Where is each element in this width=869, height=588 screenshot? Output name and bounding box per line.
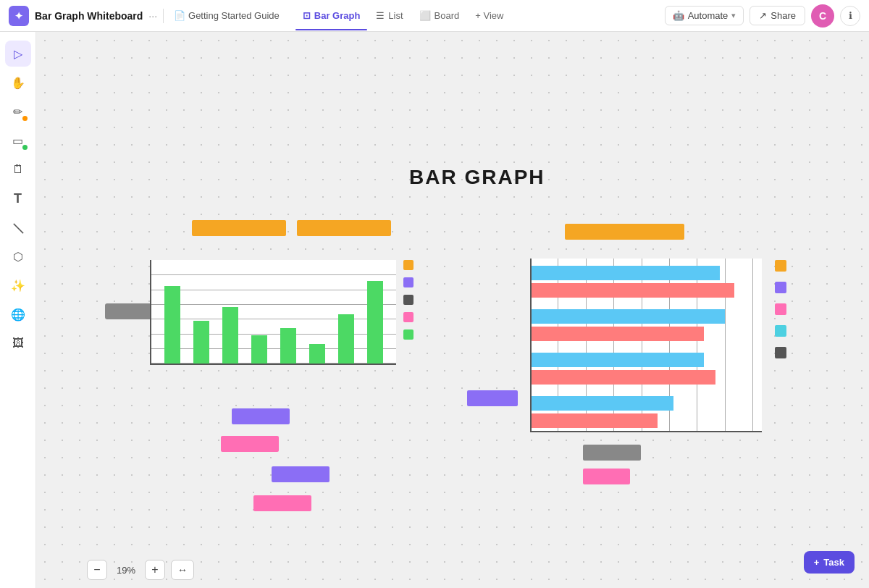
bottom-toolbar: − 19% + ↔	[72, 552, 869, 588]
right-chart-y-axis	[530, 259, 532, 432]
more-options-button[interactable]: ···	[148, 10, 157, 22]
nav-right-actions: 🤖 Automate ▾ ↗ Share C ℹ	[665, 4, 860, 28]
right-legend-teal	[775, 325, 786, 337]
h-bar-blue-3	[530, 353, 704, 367]
bar-v-6	[309, 344, 325, 365]
tool-pointer[interactable]: ▷	[5, 41, 31, 67]
tool-rect[interactable]: ▭	[5, 127, 31, 154]
automate-icon: 🤖	[673, 10, 684, 21]
vline-8	[752, 259, 753, 432]
image-icon: 🖼	[12, 337, 24, 350]
bar-graph-tab-icon: ⊡	[303, 10, 311, 21]
rect-icon: ▭	[12, 134, 23, 148]
automate-button[interactable]: 🤖 Automate ▾	[665, 6, 744, 25]
rect-dot	[22, 145, 28, 150]
zoom-out-button[interactable]: −	[87, 560, 107, 580]
chart-area-bg	[150, 260, 396, 365]
avatar[interactable]: C	[811, 4, 834, 28]
right-legend	[775, 260, 786, 358]
task-plus-icon: +	[814, 557, 820, 568]
right-legend-orange	[775, 260, 786, 272]
tool-hand[interactable]: ✋	[5, 70, 31, 96]
bar-v-3	[222, 307, 238, 365]
bar-v-7	[338, 314, 354, 365]
info-button[interactable]: ℹ	[840, 6, 860, 26]
tab-list[interactable]: ☰ List	[369, 6, 410, 25]
bar-v-2	[193, 321, 209, 365]
horizontal-gridlines	[150, 260, 396, 365]
bar-v-4	[251, 335, 267, 365]
legend-purple	[403, 277, 413, 287]
hline-6	[150, 348, 396, 349]
h-bar-blue-1	[530, 266, 720, 280]
share-icon: ↗	[759, 10, 767, 21]
h-bar-salmon-3	[530, 370, 715, 385]
hline-3	[150, 304, 396, 305]
hline-5	[150, 334, 396, 335]
right-gray-float	[583, 445, 641, 461]
tool-line[interactable]: |	[5, 214, 31, 240]
orange-header-right	[297, 220, 391, 236]
bar-v-1	[164, 286, 180, 365]
app-logo: ✦	[9, 6, 29, 26]
float-purple-bar	[272, 466, 329, 482]
zoom-in-button[interactable]: +	[145, 560, 165, 580]
tool-sidebar: ▷ ✋ ✏ ▭ 🗒 T | ⬡ ✨ 🌐 🖼	[0, 32, 36, 588]
zoom-level-display: 19%	[113, 565, 139, 576]
task-button[interactable]: + Task	[804, 551, 855, 574]
right-legend-purple	[775, 282, 786, 293]
h-bar-blue-2	[530, 309, 725, 324]
view-tabs: ⊡ Bar Graph ☰ List ⬜ Board + View	[295, 6, 511, 25]
note-icon: 🗒	[12, 163, 24, 176]
right-chart-x-axis	[530, 431, 762, 432]
hline-2	[150, 290, 396, 290]
legend-green	[403, 329, 413, 340]
breadcrumb-getting-started[interactable]: 📄 Getting Started Guide	[169, 7, 284, 24]
right-legend-dark	[775, 347, 786, 358]
pointer-icon: ▷	[14, 47, 22, 61]
chevron-down-icon: ▾	[731, 11, 736, 20]
tab-bar-graph[interactable]: ⊡ Bar Graph	[295, 6, 368, 25]
pen-icon: ✏	[13, 105, 22, 119]
h-bar-salmon-1	[530, 283, 734, 298]
float-pink-below	[221, 436, 279, 452]
network-icon: ⬡	[13, 250, 23, 264]
h-bar-salmon-4	[530, 413, 658, 428]
right-chart-area	[530, 259, 762, 432]
add-view-button[interactable]: + View	[468, 6, 511, 25]
ai-icon: ✨	[11, 279, 25, 293]
tool-network[interactable]: ⬡	[5, 243, 31, 269]
right-orange-header	[565, 224, 684, 240]
legend-pink	[403, 312, 413, 322]
tool-ai[interactable]: ✨	[5, 272, 31, 298]
bar-v-8	[367, 281, 383, 365]
nav-divider	[163, 9, 164, 23]
list-tab-icon: ☰	[376, 10, 385, 21]
h-bar-salmon-2	[530, 327, 704, 341]
tool-text[interactable]: T	[5, 185, 31, 211]
top-navigation: ✦ Bar Graph Whiteboard ··· 📄 Getting Sta…	[0, 0, 869, 32]
h-bar-blue-4	[530, 396, 673, 411]
chart-left-axis	[150, 260, 151, 365]
info-icon: ℹ	[849, 10, 852, 21]
right-legend-pink	[775, 303, 786, 315]
doc-icon: 📄	[174, 10, 185, 21]
share-button[interactable]: ↗ Share	[750, 6, 805, 25]
chart-main-title: BAR GRAPH	[409, 166, 545, 189]
hand-icon: ✋	[11, 76, 25, 90]
gray-label-bar	[105, 303, 156, 319]
pen-dot	[22, 116, 28, 121]
tool-pen[interactable]: ✏	[5, 98, 31, 125]
main-area: ▷ ✋ ✏ ▭ 🗒 T | ⬡ ✨ 🌐 🖼	[0, 32, 869, 588]
horizontal-bar-chart	[500, 224, 775, 448]
left-chart-legend	[403, 260, 413, 340]
legend-orange	[403, 260, 413, 270]
tool-note[interactable]: 🗒	[5, 156, 31, 182]
whiteboard-canvas[interactable]: BAR GRAPH	[36, 32, 869, 588]
float-pink-bar	[253, 495, 311, 511]
fit-to-screen-button[interactable]: ↔	[171, 560, 194, 580]
tool-image[interactable]: 🖼	[5, 330, 31, 356]
fit-icon: ↔	[177, 564, 188, 576]
tool-globe[interactable]: 🌐	[5, 301, 31, 327]
tab-board[interactable]: ⬜ Board	[412, 6, 467, 25]
